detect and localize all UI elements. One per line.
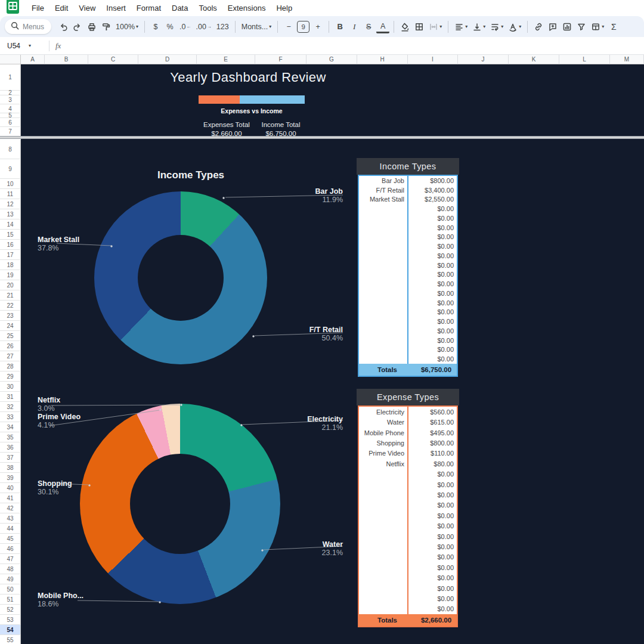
italic-button[interactable]: I	[348, 20, 361, 34]
row-header-38[interactable]: 38	[0, 463, 21, 473]
sheet-canvas[interactable]: Yearly Dashboard Review Expenses vs Inco…	[21, 64, 644, 644]
column-header-C[interactable]: C	[88, 55, 138, 64]
menu-data[interactable]: Data	[166, 2, 193, 14]
row-header-19[interactable]: 19	[0, 270, 21, 280]
menu-help[interactable]: Help	[271, 2, 298, 14]
row-header-55[interactable]: 55	[0, 635, 21, 644]
horizontal-align-button[interactable]: ▾	[453, 20, 469, 34]
row-header-34[interactable]: 34	[0, 422, 21, 432]
row-header-11[interactable]: 11	[0, 189, 21, 199]
menu-format[interactable]: Format	[131, 2, 166, 14]
row-header-31[interactable]: 31	[0, 392, 21, 402]
row-header-16[interactable]: 16	[0, 240, 21, 250]
column-header-E[interactable]: E	[197, 55, 255, 64]
column-header-D[interactable]: D	[138, 55, 197, 64]
row-header-5[interactable]: 5	[0, 113, 21, 118]
create-filter-button[interactable]	[575, 20, 588, 34]
functions-button[interactable]: Σ	[607, 20, 620, 34]
row-header-10[interactable]: 10	[0, 179, 21, 189]
column-header-K[interactable]: K	[509, 55, 559, 64]
row-header-46[interactable]: 46	[0, 544, 21, 554]
row-header-52[interactable]: 52	[0, 605, 21, 615]
expense-table[interactable]: Electricity$560.00Water$615.00Mobile Pho…	[358, 405, 458, 627]
row-header-8[interactable]: 8	[0, 140, 21, 159]
print-button[interactable]	[85, 20, 98, 34]
font-family-select[interactable]: Monts...▾	[240, 20, 273, 34]
income-donut-chart[interactable]	[94, 191, 267, 364]
row-header-41[interactable]: 41	[0, 493, 21, 503]
row-header-37[interactable]: 37	[0, 453, 21, 463]
insert-chart-button[interactable]	[561, 20, 574, 34]
zoom-select[interactable]: 100%▾	[114, 20, 140, 34]
row-header-7[interactable]: 7	[0, 127, 21, 137]
menu-insert[interactable]: Insert	[101, 2, 131, 14]
redo-button[interactable]	[71, 20, 84, 34]
increase-decimal-button[interactable]: .00→	[194, 20, 213, 34]
column-header-G[interactable]: G	[306, 55, 357, 64]
format-currency-button[interactable]: $	[149, 20, 162, 34]
format-percent-button[interactable]: %	[163, 20, 177, 34]
row-header-28[interactable]: 28	[0, 361, 21, 371]
menu-view[interactable]: View	[73, 2, 101, 14]
text-color-button[interactable]: A	[376, 21, 389, 33]
row-header-45[interactable]: 45	[0, 534, 21, 544]
text-rotation-button[interactable]: ▾	[506, 20, 523, 34]
vertical-align-button[interactable]: ▾	[470, 20, 487, 34]
column-header-I[interactable]: I	[408, 55, 458, 64]
row-header-35[interactable]: 35	[0, 432, 21, 442]
sheets-logo-icon[interactable]	[6, 0, 20, 14]
row-header-2[interactable]: 2	[0, 91, 21, 95]
menu-edit[interactable]: Edit	[49, 2, 73, 14]
row-header-22[interactable]: 22	[0, 301, 21, 311]
column-header-F[interactable]: F	[255, 55, 306, 64]
row-header-43[interactable]: 43	[0, 513, 21, 524]
row-header-54[interactable]: 54	[0, 625, 21, 635]
fill-color-button[interactable]	[398, 20, 411, 34]
column-header-H[interactable]: H	[357, 55, 408, 64]
column-header-L[interactable]: L	[559, 55, 610, 64]
paint-format-button[interactable]	[100, 20, 113, 34]
row-header-27[interactable]: 27	[0, 351, 21, 361]
borders-button[interactable]	[413, 20, 426, 34]
insert-comment-button[interactable]	[546, 20, 559, 34]
row-header-13[interactable]: 13	[0, 209, 21, 219]
row-header-29[interactable]: 29	[0, 371, 21, 382]
row-header-6[interactable]: 6	[0, 118, 21, 127]
row-header-39[interactable]: 39	[0, 473, 21, 483]
text-wrap-button[interactable]: ▾	[488, 20, 505, 34]
insert-link-button[interactable]	[532, 20, 545, 34]
row-header-50[interactable]: 50	[0, 584, 21, 595]
table-views-button[interactable]: ▾	[589, 20, 606, 34]
row-header-48[interactable]: 48	[0, 564, 21, 574]
column-header-J[interactable]: J	[458, 55, 509, 64]
row-header-30[interactable]: 30	[0, 382, 21, 392]
row-header-26[interactable]: 26	[0, 341, 21, 351]
frozen-rows-divider[interactable]	[0, 136, 644, 139]
expense-donut-chart[interactable]	[80, 404, 280, 604]
column-header-M[interactable]: M	[610, 55, 644, 64]
column-header-B[interactable]: B	[45, 55, 88, 64]
row-header-23[interactable]: 23	[0, 311, 21, 321]
row-header-49[interactable]: 49	[0, 574, 21, 584]
row-header-42[interactable]: 42	[0, 503, 21, 513]
row-header-20[interactable]: 20	[0, 280, 21, 290]
strikethrough-button[interactable]: S	[362, 20, 375, 34]
income-table[interactable]: Bar Job$800.00F/T Retail$3,400.00Market …	[358, 175, 458, 377]
name-box[interactable]: U54 ▾	[0, 42, 48, 50]
row-header-25[interactable]: 25	[0, 331, 21, 341]
row-header-36[interactable]: 36	[0, 442, 21, 453]
row-header-1[interactable]: 1	[0, 64, 21, 91]
row-header-51[interactable]: 51	[0, 595, 21, 605]
bold-button[interactable]: B	[333, 20, 346, 34]
increase-font-size-button[interactable]: +	[311, 20, 324, 34]
merge-cells-button[interactable]: ▾	[427, 20, 444, 34]
row-header-47[interactable]: 47	[0, 554, 21, 564]
menu-extensions[interactable]: Extensions	[222, 2, 271, 14]
row-header-12[interactable]: 12	[0, 199, 21, 209]
column-header-A[interactable]: A	[21, 55, 45, 64]
select-all-corner[interactable]	[0, 55, 21, 64]
menu-tools[interactable]: Tools	[193, 2, 222, 14]
decrease-decimal-button[interactable]: .0←	[178, 20, 193, 34]
row-header-14[interactable]: 14	[0, 219, 21, 230]
decrease-font-size-button[interactable]: −	[282, 20, 295, 34]
